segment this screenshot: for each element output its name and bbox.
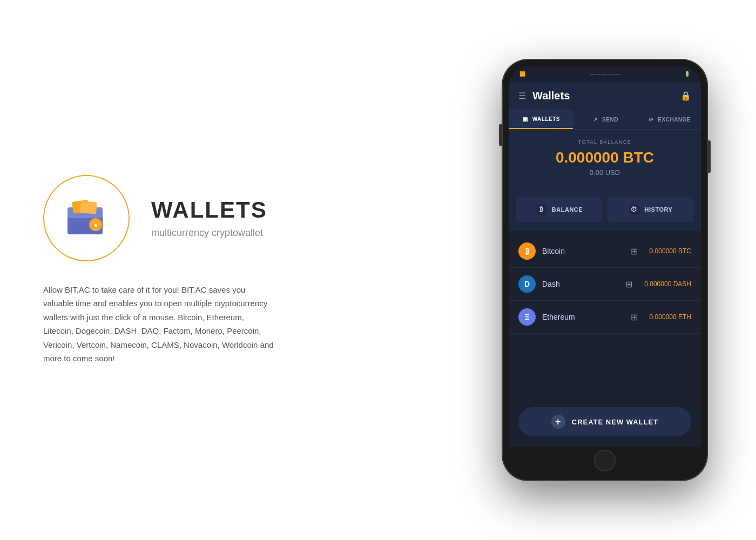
dash-name: Dash — [542, 280, 619, 288]
wallets-tab-icon: ▣ — [522, 115, 529, 123]
hero-text: WALLETS multicurrency cryptowallet — [151, 197, 267, 239]
balance-button[interactable]: ₿ BALANCE — [516, 197, 602, 222]
tab-wallets[interactable]: ▣ WALLETS — [509, 110, 573, 129]
bitcoin-name: Bitcoin — [542, 247, 624, 255]
status-signal: 📶 — [519, 71, 525, 77]
tab-wallets-label: WALLETS — [532, 116, 560, 122]
phone-device: 📶 — — — — — 🔋 ☰ Wallets 🔒 ▣ — [502, 59, 707, 481]
description-text: Allow BIT.AC to take care of it for you!… — [43, 283, 275, 366]
tab-bar: ▣ WALLETS ↗ SEND ⇄ EXCHANGE — [509, 110, 701, 130]
balance-amount: 0.000000 BTC — [519, 149, 690, 166]
dash-balance: 0.000000 DASH — [644, 280, 691, 288]
tab-send[interactable]: ↗ SEND — [573, 110, 637, 129]
wallet-item-dash[interactable]: D Dash ⊞ 0.000000 DASH — [509, 268, 701, 301]
dash-coin-icon: D — [518, 275, 536, 293]
right-panel: 📶 — — — — — 🔋 ☰ Wallets 🔒 ▣ — [454, 38, 756, 502]
plus-icon: + — [551, 415, 565, 429]
hero-section: ● WALLETS multicurrency cryptowallet — [43, 175, 410, 261]
bitcoin-coin-icon: ₿ — [518, 242, 536, 260]
wallet-illustration: ● — [62, 197, 111, 240]
lock-icon[interactable]: 🔒 — [680, 91, 691, 101]
bitcoin-balance: 0.000000 BTC — [650, 247, 691, 255]
wallet-item-eth[interactable]: Ξ Ethereum ⊞ 0.000000 ETH — [509, 301, 701, 334]
app-header: ☰ Wallets 🔒 — [509, 82, 701, 110]
tab-exchange[interactable]: ⇄ EXCHANGE — [637, 110, 701, 129]
balance-btn-label: BALANCE — [552, 206, 583, 213]
balance-btn-icon: ₿ — [536, 204, 548, 215]
hamburger-icon[interactable]: ☰ — [518, 91, 526, 101]
svg-text:●: ● — [93, 221, 97, 229]
tab-exchange-label: EXCHANGE — [658, 117, 691, 123]
app-content: ☰ Wallets 🔒 ▣ WALLETS ↗ SEND — [509, 82, 701, 447]
wallet-icon-circle: ● — [43, 175, 130, 261]
dash-qr-icon[interactable]: ⊞ — [625, 279, 632, 289]
history-btn-label: HISTORY — [645, 206, 673, 213]
phone-screen: 📶 — — — — — 🔋 ☰ Wallets 🔒 ▣ — [509, 66, 701, 474]
wallet-list: ₿ Bitcoin ⊞ 0.000000 BTC D Dash ⊞ 0.0000… — [509, 231, 701, 396]
status-bar: 📶 — — — — — 🔋 — [509, 66, 701, 82]
eth-balance: 0.000000 ETH — [650, 313, 691, 321]
eth-qr-icon[interactable]: ⊞ — [631, 312, 638, 322]
exchange-tab-icon: ⇄ — [647, 116, 654, 123]
create-wallet-button[interactable]: + CREATE NEW WALLET — [518, 407, 691, 436]
svg-rect-3 — [80, 201, 97, 214]
balance-label: TOTAL BALLANCE — [519, 139, 690, 145]
history-btn-icon: ⏱ — [629, 204, 640, 215]
bitcoin-qr-icon[interactable]: ⊞ — [631, 246, 638, 256]
phone-home-bar — [509, 447, 701, 474]
status-carrier: — — — — — — [525, 71, 684, 77]
tab-send-label: SEND — [602, 117, 618, 123]
hero-subtitle: multicurrency cryptowallet — [151, 227, 267, 239]
header-left: ☰ Wallets — [518, 90, 570, 102]
app-title: Wallets — [532, 90, 570, 102]
eth-name: Ethereum — [542, 313, 624, 321]
hero-title: WALLETS — [151, 197, 267, 223]
eth-coin-icon: Ξ — [518, 308, 536, 326]
left-panel: ● WALLETS multicurrency cryptowallet All… — [0, 143, 454, 398]
send-tab-icon: ↗ — [591, 116, 599, 123]
create-wallet-label: CREATE NEW WALLET — [572, 418, 658, 426]
action-buttons: ₿ BALANCE ⏱ HISTORY — [509, 188, 701, 231]
create-wallet-section: + CREATE NEW WALLET — [509, 396, 701, 447]
status-battery: 🔋 — [684, 71, 690, 77]
history-button[interactable]: ⏱ HISTORY — [608, 197, 693, 222]
balance-section: TOTAL BALLANCE 0.000000 BTC 0.00 USD — [509, 130, 701, 188]
balance-usd: 0.00 USD — [519, 168, 690, 177]
wallet-item-btc[interactable]: ₿ Bitcoin ⊞ 0.000000 BTC — [509, 235, 701, 268]
home-button[interactable] — [594, 450, 616, 471]
